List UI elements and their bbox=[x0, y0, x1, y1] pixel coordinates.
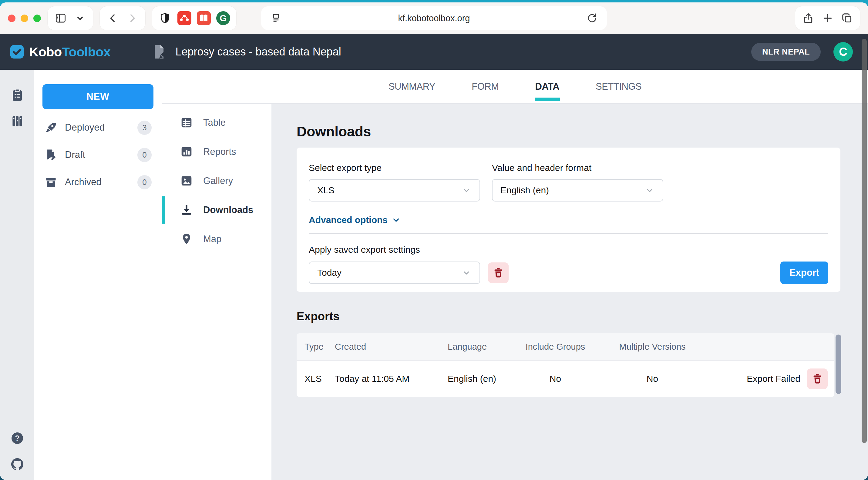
subnav-item-label: Table bbox=[203, 117, 226, 128]
share-icon[interactable] bbox=[801, 11, 815, 25]
sidebar-toggle-group bbox=[48, 6, 93, 30]
export-type-select[interactable]: XLS bbox=[309, 179, 480, 202]
forward-icon[interactable] bbox=[125, 11, 139, 25]
delete-export-button[interactable] bbox=[807, 369, 828, 389]
export-field-row: Select export type XLS Value and header … bbox=[309, 163, 828, 202]
table-icon bbox=[180, 116, 193, 130]
user-avatar[interactable]: C bbox=[833, 42, 853, 62]
column-header-type: Type bbox=[297, 342, 335, 352]
export-type-value: XLS bbox=[317, 185, 335, 196]
subnav-item-downloads[interactable]: Downloads bbox=[162, 196, 272, 225]
export-button[interactable]: Export bbox=[780, 262, 828, 284]
svg-text:?: ? bbox=[15, 434, 20, 443]
zoom-window-button[interactable] bbox=[33, 14, 41, 22]
export-status-text: Export Failed bbox=[747, 374, 800, 384]
chevron-down-icon bbox=[461, 185, 472, 196]
advanced-options-toggle[interactable]: Advanced options bbox=[309, 215, 401, 225]
content-row: Table Reports Gallery Downloads bbox=[162, 104, 868, 480]
trash-icon bbox=[811, 372, 824, 385]
export-created-cell: Today at 11:05 AM bbox=[335, 374, 448, 384]
map-pin-icon bbox=[180, 232, 193, 246]
tab-data[interactable]: DATA bbox=[535, 70, 560, 103]
delete-saved-settings-button[interactable] bbox=[488, 263, 508, 283]
kobotoolbox-logo[interactable]: KoboToolbox bbox=[8, 43, 111, 60]
column-header-include-groups: Include Groups bbox=[518, 342, 593, 352]
back-icon[interactable] bbox=[106, 11, 120, 25]
address-bar[interactable]: kf.kobotoolbox.org bbox=[261, 6, 607, 30]
project-title: Leprosy cases - based data Nepal bbox=[175, 45, 341, 58]
subnav-item-map[interactable]: Map bbox=[162, 225, 272, 254]
sidebar-item-draft[interactable]: Draft 0 bbox=[42, 141, 153, 169]
export-type-cell: XLS bbox=[297, 374, 335, 384]
extensions-group: G bbox=[152, 6, 236, 30]
exports-table-scrollbar[interactable] bbox=[836, 335, 841, 394]
reload-icon[interactable] bbox=[585, 11, 599, 25]
project-header: Leprosy cases - based data Nepal bbox=[150, 43, 751, 60]
github-icon[interactable] bbox=[10, 457, 25, 472]
exports-section-title: Exports bbox=[297, 310, 868, 323]
exports-table: Type Created Language Include Groups Mul… bbox=[297, 333, 834, 397]
close-window-button[interactable] bbox=[8, 14, 16, 22]
downloads-main: Downloads Select export type XLS bbox=[272, 104, 868, 480]
subnav-item-label: Map bbox=[203, 234, 221, 245]
saved-settings-value: Today bbox=[317, 268, 341, 278]
column-header-language: Language bbox=[448, 342, 518, 352]
minimize-window-button[interactable] bbox=[21, 14, 28, 22]
library-icon[interactable] bbox=[10, 114, 25, 129]
tab-overview-icon[interactable] bbox=[840, 11, 854, 25]
format-select[interactable]: English (en) bbox=[492, 179, 663, 202]
shield-extension-icon[interactable] bbox=[158, 11, 172, 25]
subnav-item-reports[interactable]: Reports bbox=[162, 137, 272, 166]
format-value: English (en) bbox=[500, 185, 549, 196]
table-row: XLS Today at 11:05 AM English (en) No No… bbox=[297, 361, 834, 397]
sidebar-item-label: Archived bbox=[65, 177, 102, 187]
rocket-icon bbox=[44, 121, 58, 134]
mendeley-extension-icon[interactable] bbox=[178, 11, 191, 25]
sidebar-chevron-down-icon[interactable] bbox=[73, 11, 87, 25]
export-include-groups-cell: No bbox=[518, 374, 593, 384]
form-divider bbox=[309, 233, 828, 234]
page-scrollbar[interactable] bbox=[862, 39, 867, 443]
export-type-label: Select export type bbox=[309, 163, 480, 173]
exports-table-header: Type Created Language Include Groups Mul… bbox=[297, 333, 834, 361]
project-filters: Deployed 3 Draft 0 Archived 0 bbox=[42, 114, 153, 196]
browser-sidebar-icon[interactable] bbox=[54, 11, 68, 25]
logo-text: KoboToolbox bbox=[29, 44, 111, 59]
browser-window: G kf.kobotoolbox.org KoboT bbox=[0, 2, 868, 480]
exports-table-wrap: Type Created Language Include Groups Mul… bbox=[297, 333, 841, 397]
sidebar-item-label: Deployed bbox=[65, 122, 105, 133]
page-format-icon[interactable] bbox=[269, 11, 283, 25]
new-tab-icon[interactable] bbox=[821, 11, 835, 25]
sidebar-item-deployed[interactable]: Deployed 3 bbox=[42, 114, 153, 141]
new-project-button[interactable]: NEW bbox=[42, 84, 153, 109]
tab-settings[interactable]: SETTINGS bbox=[596, 70, 642, 103]
column-header-created: Created bbox=[335, 342, 448, 352]
grammarly-extension-icon[interactable]: G bbox=[216, 11, 230, 25]
toolbar-right-group bbox=[795, 6, 860, 30]
subnav-item-label: Downloads bbox=[203, 205, 253, 215]
sidebar-item-archived[interactable]: Archived 0 bbox=[42, 169, 153, 196]
saved-settings-select[interactable]: Today bbox=[309, 262, 480, 284]
subnav-item-gallery[interactable]: Gallery bbox=[162, 166, 272, 196]
tab-form[interactable]: FORM bbox=[472, 70, 499, 103]
help-icon[interactable]: ? bbox=[10, 431, 25, 445]
traffic-lights bbox=[8, 14, 41, 22]
left-icon-rail: ? bbox=[0, 70, 34, 480]
content-column: SUMMARY FORM DATA SETTINGS Table Reports bbox=[162, 70, 868, 480]
chevron-down-icon bbox=[461, 268, 472, 278]
subnav-item-table[interactable]: Table bbox=[162, 108, 272, 137]
draft-icon bbox=[44, 148, 58, 162]
format-field: Value and header format English (en) bbox=[492, 163, 663, 202]
nav-buttons-group bbox=[100, 6, 145, 30]
advanced-options-label: Advanced options bbox=[309, 215, 388, 225]
tab-summary[interactable]: SUMMARY bbox=[389, 70, 435, 103]
app-body: ? NEW Deployed 3 Draft 0 bbox=[0, 70, 868, 480]
kobo-logo-icon bbox=[8, 43, 26, 60]
book-extension-icon[interactable] bbox=[197, 11, 211, 25]
export-status-cell: Export Failed bbox=[712, 369, 834, 389]
app-header: KoboToolbox Leprosy cases - based data N… bbox=[0, 34, 868, 70]
projects-clipboard-icon[interactable] bbox=[10, 88, 25, 102]
export-form-card: Select export type XLS Value and header … bbox=[297, 147, 840, 292]
export-multiple-versions-cell: No bbox=[593, 374, 712, 384]
page-title: Downloads bbox=[297, 123, 868, 140]
